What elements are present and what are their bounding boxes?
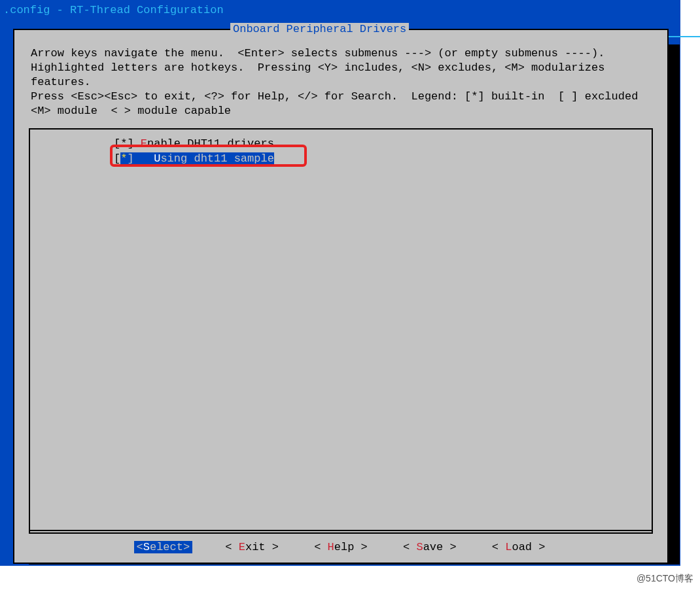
help-text: Arrow keys navigate the menu. <Enter> se… [14, 30, 667, 125]
option-enable-dht11[interactable]: [*] Enable DHT11 drivers [30, 136, 652, 151]
load-button[interactable]: < Load > [489, 541, 548, 553]
button-bar: <Select> < Exit > < Help > < Save > < Lo… [14, 541, 667, 553]
terminal-screen: .config - RT-Thread Configuration → Hard… [0, 0, 680, 566]
select-button[interactable]: <Select> [134, 541, 193, 553]
main-dialog: Onboard Peripheral Drivers Arrow keys na… [13, 29, 669, 564]
option-using-dht11-sample[interactable]: [*] Using dht11 sample [30, 151, 652, 166]
divider [29, 530, 653, 531]
help-button[interactable]: < Help > [311, 541, 370, 553]
exit-button[interactable]: < Exit > [222, 541, 281, 553]
watermark: @51CTO博客 [637, 573, 693, 585]
window-title: .config - RT-Thread Configuration [0, 0, 680, 18]
save-button[interactable]: < Save > [400, 541, 459, 553]
options-list: [*] Enable DHT11 drivers [*] Using dht11… [29, 128, 653, 534]
dialog-title: Onboard Peripheral Drivers [230, 23, 409, 35]
dialog-title-row: Onboard Peripheral Drivers [14, 23, 667, 35]
